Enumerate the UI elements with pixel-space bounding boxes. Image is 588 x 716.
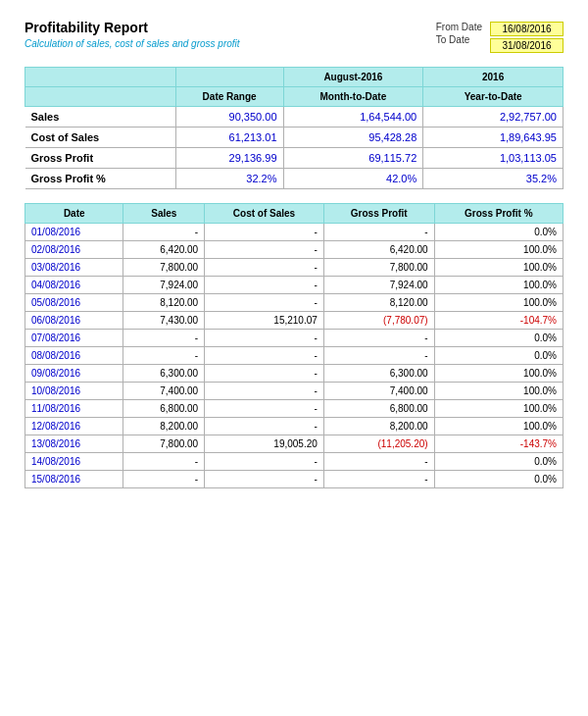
- detail-gp-pct: 100.0%: [434, 241, 563, 259]
- summary-col-empty: [25, 68, 176, 87]
- detail-gp: 6,300.00: [323, 365, 434, 383]
- detail-sales: 6,800.00: [123, 400, 205, 418]
- detail-sales: 7,800.00: [123, 435, 205, 453]
- summary-mtd-th: Month-to-Date: [283, 87, 423, 107]
- date-section: From Date To Date 16/08/2016 31/08/2016: [436, 22, 564, 53]
- summary-row-mtd: 95,428.28: [283, 128, 423, 148]
- detail-cos: -: [205, 453, 324, 471]
- detail-cos: -: [205, 418, 324, 435]
- summary-row-label: Gross Profit: [25, 148, 176, 169]
- summary-row-daterange: 32.2%: [175, 169, 283, 189]
- date-labels: From Date To Date: [436, 22, 482, 45]
- detail-gp-pct: 0.0%: [434, 347, 563, 365]
- detail-row: 10/08/20167,400.00-7,400.00100.0%: [25, 383, 564, 400]
- detail-date: 14/08/2016: [25, 453, 123, 471]
- detail-date: 07/08/2016: [25, 330, 123, 347]
- summary-row: Sales90,350.001,64,544.002,92,757.00: [25, 107, 564, 128]
- detail-col-date: Date: [25, 204, 123, 224]
- detail-row: 11/08/20166,800.00-6,800.00100.0%: [25, 400, 564, 418]
- detail-gp-pct: 0.0%: [434, 471, 563, 488]
- detail-col-cos: Cost of Sales: [205, 204, 324, 224]
- title-block: Profitability Report Calculation of sale…: [24, 20, 240, 49]
- detail-gp: -: [323, 347, 434, 365]
- detail-sales: -: [123, 453, 205, 471]
- detail-gp-pct: 100.0%: [434, 400, 563, 418]
- detail-row: 05/08/20168,120.00-8,120.00100.0%: [25, 294, 564, 312]
- detail-gp-pct: 100.0%: [434, 418, 563, 435]
- summary-row-ytd: 35.2%: [423, 169, 564, 189]
- report-header: Profitability Report Calculation of sale…: [24, 20, 564, 53]
- detail-date: 01/08/2016: [25, 224, 123, 241]
- detail-gp-pct: 100.0%: [434, 294, 563, 312]
- summary-row-ytd: 2,92,757.00: [423, 107, 564, 128]
- detail-gp: 6,800.00: [323, 400, 434, 418]
- detail-cos: 19,005.20: [205, 435, 324, 453]
- detail-cos: -: [205, 400, 324, 418]
- detail-row: 02/08/20166,420.00-6,420.00100.0%: [25, 241, 564, 259]
- report-subtitle: Calculation of sales, cost of sales and …: [24, 38, 240, 49]
- summary-row-daterange: 61,213.01: [175, 128, 283, 148]
- summary-row-ytd: 1,03,113.05: [423, 148, 564, 169]
- detail-sales: 8,120.00: [123, 294, 205, 312]
- detail-date: 11/08/2016: [25, 400, 123, 418]
- detail-sales: 6,300.00: [123, 365, 205, 383]
- detail-cos: -: [205, 383, 324, 400]
- summary-row-daterange: 29,136.99: [175, 148, 283, 169]
- detail-gp: -: [323, 471, 434, 488]
- period-header-row: August-2016 2016: [25, 68, 564, 87]
- detail-gp: -: [323, 453, 434, 471]
- summary-row: Cost of Sales61,213.0195,428.281,89,643.…: [25, 128, 564, 148]
- detail-sales: -: [123, 347, 205, 365]
- detail-row: 13/08/20167,800.0019,005.20(11,205.20)-1…: [25, 435, 564, 453]
- to-date-label: To Date: [436, 34, 482, 45]
- summary-row-mtd: 42.0%: [283, 169, 423, 189]
- detail-cos: 15,210.07: [205, 312, 324, 330]
- summary-ytd-th: Year-to-Date: [423, 87, 564, 107]
- summary-col-period1-header: August-2016: [283, 68, 423, 87]
- summary-daterange-th: Date Range: [175, 87, 283, 107]
- date-values: 16/08/2016 31/08/2016: [490, 22, 564, 53]
- detail-gp-pct: 100.0%: [434, 277, 563, 294]
- detail-gp: 7,400.00: [323, 383, 434, 400]
- detail-gp-pct: 0.0%: [434, 224, 563, 241]
- detail-date: 06/08/2016: [25, 312, 123, 330]
- detail-sales: 7,430.00: [123, 312, 205, 330]
- detail-cos: -: [205, 241, 324, 259]
- detail-row: 07/08/2016---0.0%: [25, 330, 564, 347]
- detail-cos: -: [205, 347, 324, 365]
- detail-sales: 6,420.00: [123, 241, 205, 259]
- detail-sales: 7,924.00: [123, 277, 205, 294]
- detail-gp-pct: -104.7%: [434, 312, 563, 330]
- summary-col-period2-header: 2016: [423, 68, 564, 87]
- detail-sales: -: [123, 471, 205, 488]
- detail-date: 08/08/2016: [25, 347, 123, 365]
- detail-header-row: Date Sales Cost of Sales Gross Profit Gr…: [25, 204, 564, 224]
- detail-sales: 7,400.00: [123, 383, 205, 400]
- detail-date: 03/08/2016: [25, 259, 123, 277]
- detail-date: 12/08/2016: [25, 418, 123, 435]
- detail-row: 15/08/2016---0.0%: [25, 471, 564, 488]
- detail-date: 13/08/2016: [25, 435, 123, 453]
- detail-gp: (7,780.07): [323, 312, 434, 330]
- detail-date: 09/08/2016: [25, 365, 123, 383]
- summary-row-mtd: 1,64,544.00: [283, 107, 423, 128]
- detail-cos: -: [205, 277, 324, 294]
- detail-gp-pct: -143.7%: [434, 435, 563, 453]
- detail-table: Date Sales Cost of Sales Gross Profit Gr…: [24, 203, 564, 488]
- from-date-value: 16/08/2016: [490, 22, 564, 36]
- summary-row-label: Cost of Sales: [25, 128, 176, 148]
- detail-date: 15/08/2016: [25, 471, 123, 488]
- detail-sales: 8,200.00: [123, 418, 205, 435]
- detail-row: 01/08/2016---0.0%: [25, 224, 564, 241]
- from-date-label: From Date: [436, 22, 482, 32]
- detail-gp: 8,200.00: [323, 418, 434, 435]
- summary-row: Gross Profit29,136.9969,115.721,03,113.0…: [25, 148, 564, 169]
- detail-date: 10/08/2016: [25, 383, 123, 400]
- detail-sales: 7,800.00: [123, 259, 205, 277]
- detail-gp: -: [323, 224, 434, 241]
- to-date-value: 31/08/2016: [490, 38, 564, 53]
- detail-row: 08/08/2016---0.0%: [25, 347, 564, 365]
- detail-cos: -: [205, 365, 324, 383]
- summary-table: August-2016 2016 Date Range Month-to-Dat…: [24, 67, 564, 189]
- detail-cos: -: [205, 471, 324, 488]
